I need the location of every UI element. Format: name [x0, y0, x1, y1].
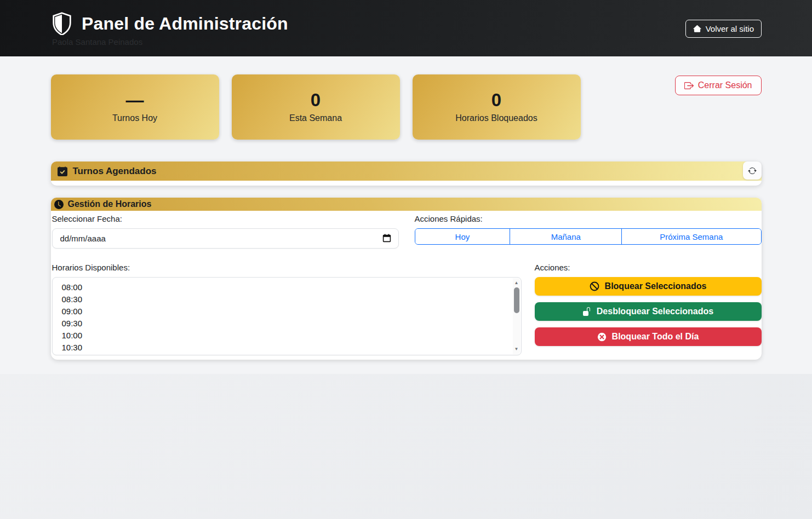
- time-slots-listbox[interactable]: 08:00 08:30 09:00 09:30 10:00 10:30 ▲ ▼: [52, 277, 522, 355]
- stat-label: Esta Semana: [289, 113, 342, 123]
- scrollbar-thumb[interactable]: [514, 287, 519, 313]
- x-circle-icon: [597, 332, 607, 342]
- unblock-selected-label: Desbloquear Seleccionados: [597, 307, 713, 316]
- calendar-check-icon: [58, 166, 67, 176]
- gestion-horarios-header: Gestión de Horarios: [51, 198, 762, 211]
- stat-card-horarios-bloqueados: 0 Horarios Bloqueados: [413, 74, 581, 140]
- main-content: — Turnos Hoy 0 Esta Semana 0 Horarios Bl…: [0, 56, 812, 374]
- slots-label: Horarios Disponibles:: [52, 263, 522, 272]
- gestion-horarios-body: Seleccionar Fecha:: [51, 211, 762, 360]
- stats-row: — Turnos Hoy 0 Esta Semana 0 Horarios Bl…: [51, 74, 762, 140]
- section-title: Turnos Agendados: [73, 166, 157, 177]
- block-selected-button[interactable]: Bloquear Seleccionados: [535, 277, 762, 296]
- time-slot[interactable]: 08:30: [53, 293, 521, 305]
- quick-actions-label: Acciones Rápidas:: [415, 214, 762, 223]
- logout-icon: [684, 81, 694, 90]
- refresh-icon: [748, 166, 757, 175]
- app-header: Panel de Administración Paola Santana Pe…: [0, 0, 812, 56]
- brand: Panel de Administración: [51, 12, 762, 35]
- time-slot[interactable]: 10:00: [53, 330, 521, 342]
- scroll-down-arrow[interactable]: ▼: [513, 345, 521, 353]
- stat-value: 0: [491, 91, 501, 109]
- date-input[interactable]: [52, 228, 399, 249]
- actions-label: Acciones:: [535, 263, 762, 272]
- turnos-agendados-card: Turnos Agendados: [51, 162, 762, 186]
- shield-icon: [51, 12, 73, 35]
- stat-card-turnos-hoy: — Turnos Hoy: [51, 74, 219, 140]
- time-slot[interactable]: 08:00: [53, 281, 521, 293]
- back-to-site-label: Volver al sitio: [706, 24, 754, 33]
- stat-card-esta-semana: 0 Esta Semana: [232, 74, 400, 140]
- page-subtitle: Paola Santana Peinados: [52, 37, 762, 47]
- back-to-site-button[interactable]: Volver al sitio: [685, 20, 762, 38]
- scrollbar[interactable]: ▲ ▼: [513, 278, 521, 354]
- section-title: Gestión de Horarios: [68, 199, 152, 209]
- page-title: Panel de Administración: [82, 14, 288, 34]
- quick-button-proxima-semana[interactable]: Próxima Semana: [622, 229, 760, 244]
- stat-value: —: [126, 91, 144, 109]
- scroll-up-arrow[interactable]: ▲: [513, 279, 521, 287]
- quick-button-hoy[interactable]: Hoy: [415, 229, 511, 244]
- unblock-selected-button[interactable]: Desbloquear Seleccionados: [535, 302, 762, 321]
- gestion-horarios-card: Gestión de Horarios Seleccionar Fecha:: [51, 198, 762, 360]
- logout-button[interactable]: Cerrar Sesión: [675, 76, 762, 95]
- slash-circle-icon: [590, 281, 599, 291]
- turnos-agendados-header: Turnos Agendados: [51, 162, 762, 181]
- block-selected-label: Bloquear Seleccionados: [605, 281, 707, 291]
- time-slot[interactable]: 09:00: [53, 305, 521, 318]
- unlock-icon: [582, 307, 591, 316]
- stat-label: Turnos Hoy: [112, 113, 157, 123]
- stat-value: 0: [311, 91, 321, 109]
- refresh-button[interactable]: [743, 162, 762, 180]
- date-field-label: Seleccionar Fecha:: [52, 214, 399, 223]
- calendar-icon[interactable]: [382, 234, 391, 243]
- stat-label: Horarios Bloqueados: [455, 113, 537, 123]
- quick-button-manana[interactable]: Mañana: [510, 229, 622, 244]
- block-all-day-button[interactable]: Bloquear Todo el Día: [535, 327, 762, 346]
- time-slot[interactable]: 10:30: [53, 342, 521, 354]
- quick-actions-group: Hoy Mañana Próxima Semana: [415, 228, 762, 245]
- turnos-agendados-body: [51, 181, 762, 186]
- home-icon: [693, 25, 701, 33]
- logout-label: Cerrar Sesión: [698, 80, 752, 90]
- clock-icon: [54, 200, 64, 209]
- block-all-day-label: Bloquear Todo el Día: [612, 332, 699, 342]
- time-slot[interactable]: 09:30: [53, 318, 521, 330]
